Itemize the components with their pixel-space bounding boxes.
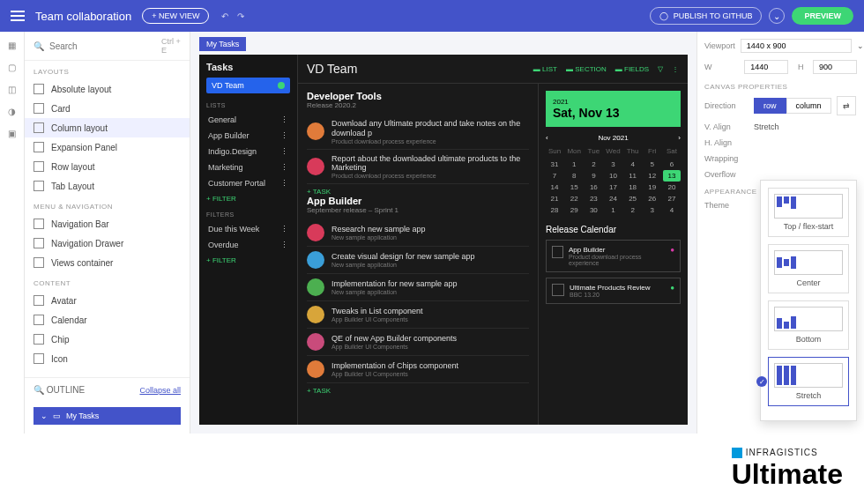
cal-day[interactable]: 6 bbox=[663, 159, 681, 170]
component-item[interactable]: Views container bbox=[25, 253, 190, 272]
checkbox-icon[interactable] bbox=[552, 284, 564, 296]
task-row[interactable]: Download any Ultimate product and take n… bbox=[307, 115, 529, 150]
component-item[interactable]: Card bbox=[25, 99, 190, 118]
cal-day[interactable]: 8 bbox=[565, 170, 583, 182]
height-input[interactable] bbox=[813, 60, 857, 74]
component-item[interactable]: Tab Layout bbox=[25, 176, 190, 196]
filter-item[interactable]: Due this Week⋮ bbox=[206, 221, 290, 237]
collapse-all[interactable]: Collapse all bbox=[139, 386, 181, 395]
component-item[interactable]: Navigation Bar bbox=[25, 214, 190, 233]
component-item[interactable]: Expansion Panel bbox=[25, 137, 190, 157]
new-view-button[interactable]: + NEW VIEW bbox=[142, 8, 209, 24]
cal-day[interactable]: 10 bbox=[604, 170, 622, 182]
task-row[interactable]: Create visual design for new sample appN… bbox=[307, 247, 529, 274]
align-option[interactable]: Center bbox=[768, 244, 849, 293]
viewport-input[interactable] bbox=[741, 39, 852, 53]
theme-icon[interactable]: ◑ bbox=[8, 107, 16, 116]
align-option[interactable]: ✓Stretch bbox=[768, 357, 849, 406]
add-filter-1[interactable]: + FILTER bbox=[206, 195, 290, 203]
more-icon[interactable]: ⋮ bbox=[280, 115, 288, 124]
publish-dropdown[interactable]: ⌄ bbox=[769, 8, 785, 24]
task-row[interactable]: Research new sample appNew sample applic… bbox=[307, 219, 529, 247]
preview-button[interactable]: PREVIEW bbox=[792, 7, 853, 25]
components-icon[interactable]: ▦ bbox=[8, 41, 16, 50]
cal-day[interactable]: 31 bbox=[546, 159, 563, 170]
cal-prev[interactable]: ‹ bbox=[546, 134, 548, 142]
cal-day[interactable]: 5 bbox=[644, 159, 661, 170]
cal-day[interactable]: 19 bbox=[644, 182, 661, 193]
cal-day[interactable]: 16 bbox=[585, 182, 602, 193]
cal-day[interactable]: 24 bbox=[604, 193, 622, 204]
swap-icon[interactable]: ⇄ bbox=[837, 96, 856, 115]
cal-day[interactable]: 3 bbox=[644, 204, 661, 216]
task-row[interactable]: Report about the downloaded ultimate pro… bbox=[307, 150, 529, 185]
cal-day[interactable]: 11 bbox=[624, 170, 642, 182]
cal-day[interactable]: 15 bbox=[565, 182, 583, 193]
add-filter-2[interactable]: + FILTER bbox=[206, 256, 290, 264]
view-option[interactable]: ▬ LIST bbox=[533, 65, 557, 73]
cal-day[interactable]: 14 bbox=[546, 182, 563, 193]
view-more[interactable]: ⋮ bbox=[672, 65, 679, 73]
data-icon[interactable]: ◫ bbox=[8, 85, 16, 94]
task-row[interactable]: Implementation of Chips componentApp Bui… bbox=[307, 356, 529, 383]
direction-row[interactable]: row bbox=[754, 98, 786, 114]
cal-day[interactable]: 1 bbox=[565, 159, 583, 170]
checkbox-icon[interactable] bbox=[552, 246, 563, 258]
tree-my-tasks[interactable]: ⌄ ▭ My Tasks bbox=[34, 407, 181, 425]
cal-day[interactable]: 25 bbox=[624, 193, 642, 204]
component-item[interactable]: Avatar bbox=[25, 291, 190, 310]
component-item[interactable]: Navigation Drawer bbox=[25, 233, 190, 253]
component-item[interactable]: Row layout bbox=[25, 157, 190, 176]
component-item[interactable]: Calendar bbox=[25, 310, 190, 330]
cal-day[interactable]: 30 bbox=[585, 204, 602, 216]
cal-day[interactable]: 7 bbox=[546, 170, 563, 182]
cal-day[interactable]: 2 bbox=[624, 204, 642, 216]
cal-day[interactable]: 4 bbox=[624, 159, 642, 170]
more-icon[interactable]: ⋮ bbox=[280, 179, 288, 188]
component-item[interactable]: Chip bbox=[25, 330, 190, 349]
add-task[interactable]: + TASK bbox=[307, 387, 529, 395]
canvas-tab[interactable]: My Tasks bbox=[199, 37, 246, 51]
publish-button[interactable]: ◯ PUBLISH TO GITHUB bbox=[650, 7, 763, 25]
list-item[interactable]: General⋮ bbox=[206, 112, 290, 128]
component-item[interactable]: Column layout bbox=[25, 118, 190, 137]
cal-day[interactable]: 3 bbox=[604, 159, 622, 170]
cal-day[interactable]: 9 bbox=[585, 170, 602, 182]
more-icon[interactable]: ⋮ bbox=[280, 225, 288, 233]
view-option[interactable]: ▬ SECTION bbox=[566, 65, 607, 73]
filter-item[interactable]: Overdue⋮ bbox=[206, 237, 290, 253]
cal-day[interactable]: 23 bbox=[585, 193, 602, 204]
task-row[interactable]: Tweaks in List componentApp Builder UI C… bbox=[307, 301, 529, 329]
cal-day[interactable]: 22 bbox=[565, 193, 583, 204]
redo-icon[interactable]: ↷ bbox=[237, 11, 244, 21]
list-item[interactable]: Customer Portal⋮ bbox=[206, 175, 290, 191]
valign-value[interactable]: Stretch bbox=[754, 122, 779, 131]
cal-day[interactable]: 28 bbox=[546, 204, 563, 216]
release-item[interactable]: Ultimate Products ReviewBBC 13.20● bbox=[546, 278, 681, 304]
add-task[interactable]: + TASK bbox=[307, 188, 529, 196]
cal-day[interactable]: 12 bbox=[644, 170, 661, 182]
more-icon[interactable]: ⋮ bbox=[280, 131, 288, 140]
assets-icon[interactable]: ▣ bbox=[8, 129, 16, 138]
cal-day[interactable]: 4 bbox=[663, 204, 681, 216]
cal-day[interactable]: 27 bbox=[663, 193, 681, 204]
search-input[interactable] bbox=[49, 41, 161, 51]
cal-day[interactable]: 20 bbox=[663, 182, 681, 193]
list-item[interactable]: Marketing⋮ bbox=[206, 159, 290, 175]
viewport-dropdown[interactable]: ⌄ bbox=[857, 41, 864, 50]
list-item[interactable]: App Builder⋮ bbox=[206, 128, 290, 144]
component-item[interactable]: Icon bbox=[25, 349, 190, 368]
width-input[interactable] bbox=[744, 60, 788, 74]
cal-day[interactable]: 18 bbox=[624, 182, 642, 193]
more-icon[interactable]: ⋮ bbox=[280, 163, 288, 172]
task-row[interactable]: Implementation for new sample appNew sam… bbox=[307, 274, 529, 301]
more-icon[interactable]: ⋮ bbox=[280, 147, 288, 156]
cal-day[interactable]: 13 bbox=[663, 170, 681, 182]
team-selector[interactable]: VD Team bbox=[206, 78, 290, 93]
cal-day[interactable]: 21 bbox=[546, 193, 563, 204]
align-option[interactable]: Top / flex-start bbox=[768, 188, 849, 237]
cal-next[interactable]: › bbox=[678, 134, 681, 142]
view-sort[interactable]: ▽ bbox=[658, 65, 663, 73]
cal-day[interactable]: 1 bbox=[604, 204, 622, 216]
direction-column[interactable]: column bbox=[786, 98, 831, 114]
